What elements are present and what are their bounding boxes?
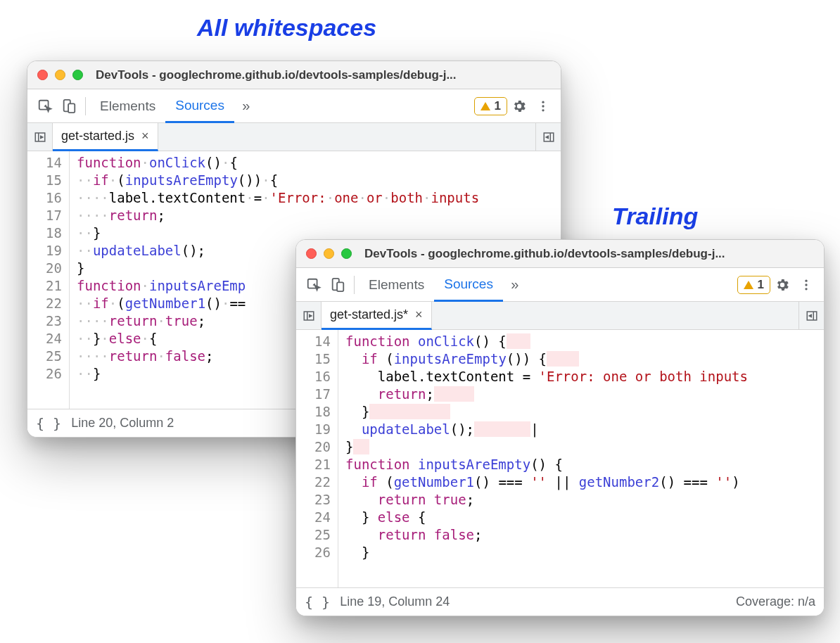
pretty-print-icon[interactable]: { }	[305, 594, 330, 611]
line-gutter: 14151617181920212223242526	[296, 330, 338, 587]
tab-elements[interactable]: Elements	[90, 89, 165, 123]
traffic-lights	[306, 248, 352, 259]
window-title: DevTools - googlechrome.github.io/devtoo…	[364, 247, 725, 261]
navigator-toggle-icon[interactable]	[27, 123, 53, 151]
device-toolbar-icon[interactable]	[326, 273, 350, 297]
tab-sources[interactable]: Sources	[434, 268, 503, 302]
file-tab-get-started[interactable]: get-started.js* ×	[322, 302, 432, 330]
pretty-print-icon[interactable]: { }	[36, 415, 61, 432]
svg-point-12	[805, 284, 807, 286]
label-all-whitespaces: All whitespaces	[197, 14, 376, 42]
more-tabs-icon[interactable]: »	[234, 94, 258, 118]
svg-point-13	[805, 288, 807, 290]
warning-count: 1	[495, 99, 501, 113]
settings-icon[interactable]	[770, 273, 794, 297]
navigator-toggle-icon[interactable]	[296, 302, 322, 329]
settings-icon[interactable]	[507, 94, 531, 118]
svg-point-3	[542, 101, 544, 103]
label-trailing: Trailing	[612, 203, 698, 230]
toolbar: Elements Sources » 1	[27, 89, 561, 123]
status-bar: { } Line 19, Column 24 Coverage: n/a	[296, 587, 824, 616]
file-tab-label: get-started.js*	[330, 307, 408, 322]
file-tabs-bar: get-started.js ×	[27, 123, 561, 151]
coverage-status: Coverage: n/a	[736, 594, 815, 609]
svg-point-5	[542, 109, 544, 111]
kebab-menu-icon[interactable]	[531, 94, 555, 118]
line-gutter: 14151617181920212223242526	[27, 151, 70, 409]
warning-badge[interactable]: 1	[737, 276, 770, 294]
warning-icon	[481, 102, 490, 110]
code-content[interactable]: function onClick() { if (inputsAreEmpty(…	[338, 330, 824, 587]
minimize-window-icon[interactable]	[55, 70, 65, 80]
svg-point-4	[542, 105, 544, 107]
svg-rect-10	[337, 282, 343, 291]
device-toolbar-icon[interactable]	[57, 94, 81, 118]
tab-elements[interactable]: Elements	[359, 268, 434, 302]
file-tab-label: get-started.js	[61, 129, 134, 144]
toolbar: Elements Sources » 1	[296, 268, 824, 302]
file-tabs-bar: get-started.js* ×	[296, 302, 824, 330]
debugger-toggle-icon[interactable]	[798, 302, 824, 329]
close-window-icon[interactable]	[37, 70, 48, 80]
warning-count: 1	[758, 278, 764, 292]
cursor-position: Line 20, Column 2	[71, 416, 174, 431]
close-tab-icon[interactable]: ×	[141, 129, 149, 144]
window-title: DevTools - googlechrome.github.io/devtoo…	[96, 68, 457, 82]
close-window-icon[interactable]	[306, 248, 317, 259]
separator	[85, 97, 86, 115]
traffic-lights	[37, 70, 83, 80]
svg-point-11	[805, 279, 807, 281]
tab-sources[interactable]: Sources	[165, 89, 234, 123]
maximize-window-icon[interactable]	[341, 248, 352, 259]
titlebar: DevTools - googlechrome.github.io/devtoo…	[296, 240, 824, 268]
kebab-menu-icon[interactable]	[794, 273, 818, 297]
inspect-element-icon[interactable]	[302, 273, 326, 297]
inspect-element-icon[interactable]	[33, 94, 57, 118]
code-editor[interactable]: 14151617181920212223242526 function onCl…	[296, 330, 824, 587]
more-tabs-icon[interactable]: »	[503, 273, 527, 297]
separator	[354, 276, 355, 294]
file-tab-get-started[interactable]: get-started.js ×	[53, 123, 158, 151]
maximize-window-icon[interactable]	[72, 70, 83, 80]
titlebar: DevTools - googlechrome.github.io/devtoo…	[27, 61, 561, 89]
minimize-window-icon[interactable]	[324, 248, 334, 259]
cursor-position: Line 19, Column 24	[340, 594, 450, 609]
warning-icon	[744, 281, 753, 289]
svg-rect-2	[68, 103, 75, 113]
devtools-window-2: DevTools - googlechrome.github.io/devtoo…	[295, 239, 825, 616]
warning-badge[interactable]: 1	[474, 97, 507, 115]
close-tab-icon[interactable]: ×	[415, 307, 423, 322]
debugger-toggle-icon[interactable]	[535, 123, 561, 151]
